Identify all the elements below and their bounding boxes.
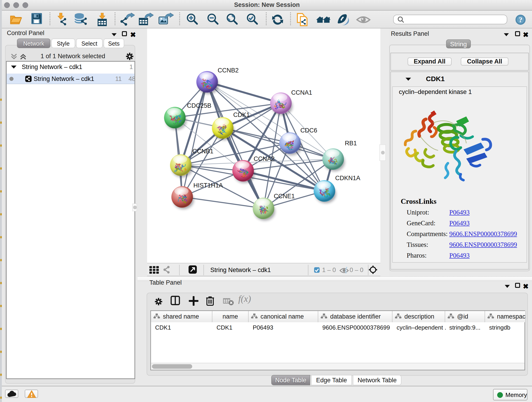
svg-text:HIST1H1A: HIST1H1A [193,182,223,189]
svg-text:CCNA2: CCNA2 [254,155,275,162]
svg-text:CCNA1: CCNA1 [291,89,312,96]
svg-text:CDKN1A: CDKN1A [335,175,360,182]
svg-text:CCNE1: CCNE1 [274,193,295,200]
svg-text:RB1: RB1 [345,140,357,147]
svg-text:CDC25B: CDC25B [187,102,211,109]
svg-text:CCNB1: CCNB1 [192,148,214,155]
svg-text:?: ? [519,16,522,24]
svg-text:CDK1: CDK1 [233,111,250,118]
svg-text:CCNB2: CCNB2 [218,67,239,74]
svg-text:CDC6: CDC6 [300,127,317,134]
